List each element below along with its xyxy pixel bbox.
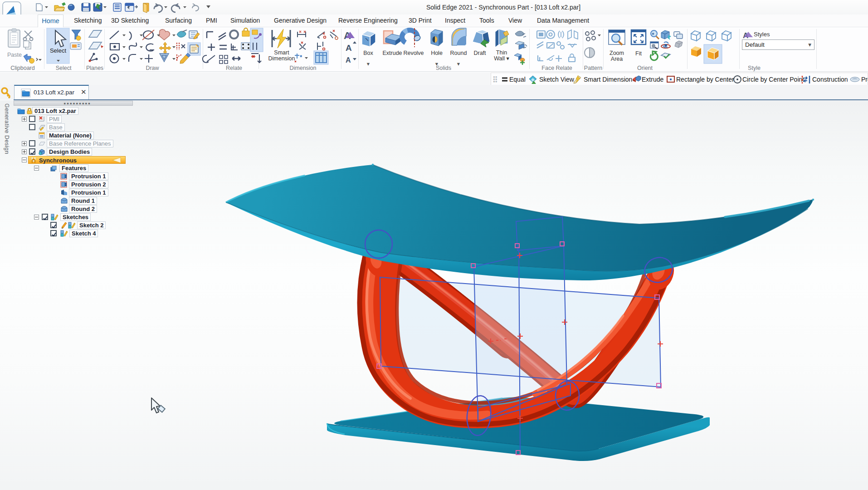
svg-text:A: A [346,43,352,53]
svg-text:A: A [346,56,351,64]
